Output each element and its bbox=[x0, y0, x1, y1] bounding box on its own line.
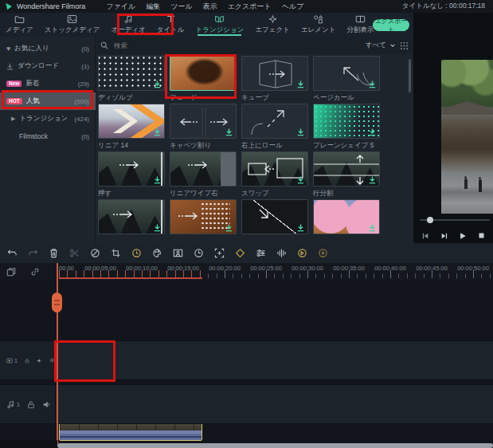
menu-help[interactable]: ヘルプ bbox=[282, 2, 304, 12]
undo-icon[interactable] bbox=[7, 248, 18, 258]
download-icon[interactable] bbox=[153, 175, 162, 184]
playhead-handle[interactable] bbox=[52, 293, 62, 312]
playhead-line[interactable] bbox=[57, 263, 58, 444]
transition-roll-top-right[interactable]: 右上にロール bbox=[241, 104, 308, 151]
preview-seekbar[interactable] bbox=[420, 219, 490, 221]
crop-icon[interactable] bbox=[111, 248, 121, 258]
tab-media[interactable]: メディア bbox=[0, 13, 39, 37]
sidebar-item-downloads[interactable]: ダウンロード (1) bbox=[0, 57, 96, 75]
timeline-horizontal-scrollbar[interactable] bbox=[57, 443, 493, 448]
link-icon[interactable] bbox=[30, 267, 40, 277]
search-input[interactable] bbox=[112, 41, 311, 50]
transition-fade[interactable]: フェード bbox=[170, 56, 237, 104]
transition-thumbnail bbox=[241, 104, 308, 139]
transition-linear-14[interactable]: リニア 14 bbox=[98, 104, 165, 151]
mute-icon[interactable] bbox=[42, 400, 51, 409]
tab-transitions[interactable]: トランジション bbox=[190, 13, 249, 37]
transition-swap[interactable]: スワップ bbox=[241, 151, 308, 199]
keyframe-icon[interactable] bbox=[235, 248, 245, 258]
transition-linear-wipe-right[interactable]: リニアワイプ右 bbox=[170, 151, 237, 199]
transition-cube[interactable]: キューブ bbox=[241, 56, 308, 104]
tab-stock-media[interactable]: ストックメディア bbox=[39, 13, 106, 37]
export-button[interactable]: エクスポート bbox=[373, 19, 409, 31]
audio-track[interactable]: 1 bbox=[0, 384, 493, 424]
download-icon[interactable] bbox=[153, 223, 162, 232]
seekbar-handle[interactable] bbox=[427, 217, 433, 223]
speed-icon[interactable] bbox=[131, 248, 142, 258]
visibility-icon[interactable] bbox=[49, 356, 55, 364]
download-icon[interactable] bbox=[296, 80, 305, 88]
caret-right-icon: ▶ bbox=[11, 116, 15, 122]
transition-item[interactable] bbox=[313, 199, 380, 243]
motion-tracking-icon[interactable] bbox=[214, 248, 225, 258]
tab-elements[interactable]: エレメント bbox=[295, 13, 342, 37]
download-icon[interactable] bbox=[296, 175, 305, 184]
sidebar-item-new[interactable]: New 新着 (29) bbox=[0, 75, 96, 92]
download-icon[interactable] bbox=[368, 80, 377, 88]
split-scissors-icon[interactable] bbox=[69, 248, 80, 258]
menu-tools[interactable]: ツール bbox=[170, 2, 192, 12]
heart-icon: ♥ bbox=[6, 45, 10, 53]
download-icon[interactable] bbox=[296, 128, 305, 136]
lock-icon[interactable] bbox=[25, 356, 29, 365]
color-icon[interactable] bbox=[152, 248, 162, 258]
download-icon[interactable] bbox=[368, 175, 377, 184]
video-track[interactable]: 1 ▶ P01A0210 bbox=[0, 340, 493, 380]
transition-plain-shape-5[interactable]: プレーンシェイプ 5 bbox=[313, 104, 380, 151]
transition-cabbage-split[interactable]: キャベツ割り bbox=[170, 104, 237, 151]
transition-item[interactable] bbox=[170, 199, 237, 243]
download-icon[interactable] bbox=[368, 128, 377, 136]
adjust-sliders-icon[interactable] bbox=[256, 248, 266, 258]
download-icon[interactable] bbox=[296, 223, 305, 232]
transition-page-curl[interactable]: ページカール bbox=[313, 56, 380, 104]
filter-dropdown[interactable]: すべて bbox=[366, 41, 396, 50]
stop-button[interactable] bbox=[478, 232, 485, 239]
transition-dissolve[interactable]: ディゾルブ bbox=[98, 56, 165, 104]
hot-badge: HOT bbox=[6, 98, 22, 105]
download-icon[interactable] bbox=[225, 223, 233, 232]
next-frame-button[interactable] bbox=[440, 232, 448, 240]
menu-view[interactable]: 表示 bbox=[203, 2, 217, 12]
sidebar-item-favorites[interactable]: ♥ お気に入り (0) bbox=[0, 40, 96, 57]
marker-icon[interactable] bbox=[318, 248, 328, 258]
sidebar-item-transitions[interactable]: ▶ トランジション (424) bbox=[0, 110, 96, 128]
menu-edit[interactable]: 編集 bbox=[146, 2, 160, 12]
circle-slash-icon[interactable] bbox=[90, 248, 100, 258]
download-icon[interactable] bbox=[368, 223, 377, 232]
tab-audio[interactable]: オーディオ bbox=[105, 13, 151, 37]
sidebar-item-popular[interactable]: HOT 人気 (500) bbox=[0, 92, 96, 110]
redo-icon[interactable] bbox=[28, 248, 38, 258]
tab-effects[interactable]: エフェクト bbox=[249, 13, 295, 37]
sidebar-item-filmstock[interactable]: Filmstock (0) bbox=[0, 128, 96, 145]
transition-row-split[interactable]: 行分割 bbox=[313, 151, 380, 199]
transition-thumbnail bbox=[313, 56, 380, 91]
video-track-header: 1 bbox=[0, 341, 56, 379]
grid-scrollbar[interactable] bbox=[409, 59, 411, 92]
download-icon[interactable] bbox=[153, 128, 162, 136]
project-status: タイトルなし : 00:00:17:18 bbox=[402, 2, 485, 11]
delete-icon[interactable] bbox=[49, 248, 59, 258]
menu-file[interactable]: ファイル bbox=[106, 2, 135, 12]
transition-push[interactable]: 押す bbox=[98, 151, 165, 199]
tab-titles[interactable]: タイトル bbox=[151, 13, 190, 37]
download-icon[interactable] bbox=[153, 80, 162, 88]
duration-icon[interactable] bbox=[194, 248, 204, 258]
transition-item[interactable] bbox=[241, 199, 308, 243]
lock-icon[interactable] bbox=[27, 400, 35, 409]
grid-view-icon[interactable] bbox=[400, 41, 409, 50]
chroma-key-icon[interactable] bbox=[173, 248, 183, 258]
timeline-ruler[interactable]: 00:00 00:00:05:00 00:00:10:00 00:00:15:0… bbox=[59, 263, 493, 281]
mute-icon[interactable] bbox=[37, 356, 42, 365]
play-button[interactable] bbox=[459, 232, 467, 240]
transition-thumbnail bbox=[170, 104, 237, 139]
transition-item[interactable] bbox=[98, 199, 165, 243]
menu-export[interactable]: エクスポート bbox=[228, 2, 272, 12]
download-icon[interactable] bbox=[225, 175, 233, 184]
audio-denoise-icon[interactable] bbox=[276, 248, 287, 258]
snapshot-icon[interactable] bbox=[6, 267, 16, 277]
download-icon[interactable] bbox=[225, 128, 233, 136]
menubar: Wondershare Filmora ファイル 編集 ツール 表示 エクスポー… bbox=[0, 0, 493, 13]
transition-thumbnail bbox=[313, 199, 380, 234]
render-preview-icon[interactable] bbox=[297, 248, 307, 258]
previous-frame-button[interactable] bbox=[421, 232, 429, 240]
